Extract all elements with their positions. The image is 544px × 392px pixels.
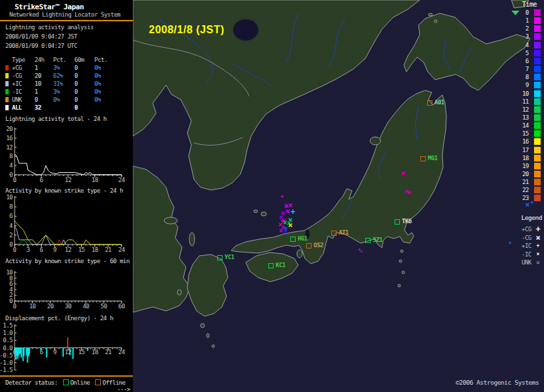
svg-text:8: 8 xyxy=(9,275,13,282)
legend-item--IC: -IC× xyxy=(515,250,543,259)
pct-60m: 0% xyxy=(94,80,114,88)
legend-item--CG: -CG× xyxy=(515,234,543,243)
time-legend-row-11: 11 xyxy=(511,98,542,106)
detector-marker-A01[interactable]: A01 xyxy=(427,100,432,106)
detector-marker-TK6[interactable]: TK6 xyxy=(395,219,400,225)
svg-text:6: 6 xyxy=(40,177,43,183)
hour-label: 17 xyxy=(511,146,529,154)
detector-label: AI1 xyxy=(339,229,349,236)
hour-label: 1 xyxy=(511,17,529,25)
island-izu1 xyxy=(401,250,403,252)
hour-label: 23 xyxy=(511,194,529,202)
svg-text:10: 10 xyxy=(6,194,13,201)
col-24h: 24h xyxy=(35,56,53,64)
detector-marker-SZ1[interactable]: SZ1 xyxy=(365,238,371,243)
pct-60m: 0% xyxy=(94,64,114,72)
detector-label: A01 xyxy=(434,99,444,106)
hour-color-swatch xyxy=(534,187,541,193)
time-legend-row-2: 2 xyxy=(511,25,542,33)
legend-item-label: -IC xyxy=(515,251,531,258)
detector-marker-OS2[interactable]: OS2 xyxy=(306,243,312,248)
svg-text:6: 6 xyxy=(9,213,13,219)
stats-row-+IC: +IC1031%00% xyxy=(5,80,129,88)
island-north1 xyxy=(428,13,432,16)
hour-label: 5 xyxy=(511,49,529,57)
hour-label: 20 xyxy=(511,170,529,178)
hour-color-swatch xyxy=(534,58,541,64)
type-color-swatch xyxy=(5,81,9,86)
hour-color-swatch xyxy=(534,66,541,72)
count-60m: 0 xyxy=(74,96,94,104)
col-type: Type xyxy=(12,56,35,64)
chart-2-title: Activity by known strike type - 24 h xyxy=(5,187,123,194)
hour-color-swatch xyxy=(534,155,541,161)
symbol-legend-items: +CG+-CG×+IC+-IC×UNK▫ xyxy=(515,225,543,267)
count-24h: 1 xyxy=(35,64,53,72)
detector-marker-MG1[interactable]: MG1 xyxy=(420,156,426,161)
scroll-arrow[interactable]: ---> xyxy=(117,386,130,392)
pct-24h: 31% xyxy=(53,80,74,88)
japan-map-graphic xyxy=(133,0,544,392)
svg-text:6: 6 xyxy=(40,246,43,252)
svg-text:15: 15 xyxy=(78,349,85,355)
legend-item-label: +CG xyxy=(515,226,531,233)
detector-status-label: Detector status: xyxy=(5,379,58,386)
svg-text:15: 15 xyxy=(78,246,85,252)
time-legend-row-17: 17 xyxy=(511,146,542,154)
hour-color-swatch xyxy=(534,114,541,121)
divider-bottom xyxy=(0,375,133,377)
detector-status-bar: Detector status:OnlineOffline---> xyxy=(5,379,132,392)
time-legend-row-23: 23 xyxy=(511,194,542,202)
count-24h: 0 xyxy=(35,96,53,104)
svg-text:6: 6 xyxy=(9,280,13,287)
hour-label: 9 xyxy=(511,81,529,89)
island-awaji xyxy=(297,250,302,258)
hour-label: 11 xyxy=(511,98,529,106)
svg-text:4: 4 xyxy=(9,223,13,229)
detector-marker-YC1[interactable]: YC1 xyxy=(217,255,223,260)
svg-text:2: 2 xyxy=(9,292,13,298)
col-pct24: Pct. xyxy=(53,56,74,64)
svg-text:9: 9 xyxy=(53,246,56,252)
hour-color-swatch xyxy=(534,98,541,105)
copyright-text: ©2006 Astrogenic Systems xyxy=(456,379,539,386)
hour-label: 22 xyxy=(511,186,529,194)
stats-rows: +CG13%00%-CG2062%00%+IC1031%00%-IC13%00%… xyxy=(5,64,129,112)
time-legend-row-15: 15 xyxy=(511,130,542,138)
count-24h: 32 xyxy=(35,104,53,112)
detector-marker-AI1[interactable]: AI1 xyxy=(331,231,337,236)
legend-item-symbol: × xyxy=(533,250,543,258)
svg-text:21: 21 xyxy=(105,246,112,252)
offline-label: Offline xyxy=(102,379,125,386)
svg-text:-0.5: -0.5 xyxy=(0,352,13,359)
type-color-swatch xyxy=(5,89,9,94)
chart-4-title: Displacement pct. (Energy) - 24 h xyxy=(5,315,113,322)
island-izu2 xyxy=(399,260,402,262)
time-legend-row-20: 20 xyxy=(511,170,542,178)
hour-color-swatch xyxy=(534,130,541,137)
hour-color-swatch xyxy=(534,90,541,97)
detector-marker-HG1[interactable]: HG1 xyxy=(290,237,296,242)
count-60m: 0 xyxy=(74,64,94,72)
time-legend-row-5: 5 xyxy=(511,49,542,57)
ic-strike-icon: + xyxy=(509,241,512,246)
svg-text:1.0: 1.0 xyxy=(3,330,13,336)
hour-color-swatch xyxy=(534,42,541,49)
symbol-legend-title: Legend xyxy=(515,214,543,221)
col-pct60: Pct. xyxy=(94,56,114,64)
hour-color-swatch xyxy=(534,33,541,40)
time-legend-row-4: 4 xyxy=(511,41,542,49)
online-label: Online xyxy=(70,379,90,386)
legend-item-+CG: +CG+ xyxy=(515,225,543,234)
detector-label: HG1 xyxy=(298,235,308,242)
section-title: Lightning activity analysis xyxy=(5,24,94,31)
map-canvas[interactable]: 2008/1/8 (JST) A01MG1TK6AI1SZ1HG1OS2YC1K… xyxy=(133,0,544,392)
hour-color-swatch xyxy=(534,9,541,16)
hour-color-swatch xyxy=(534,138,541,145)
legend-item-+IC: +IC+ xyxy=(515,242,543,250)
detector-marker-KC1[interactable]: KC1 xyxy=(268,263,274,268)
cg-strike-icon: × xyxy=(401,169,405,177)
pct-24h: 0% xyxy=(53,96,74,104)
hour-label: 3 xyxy=(511,33,529,41)
hour-color-swatch xyxy=(534,74,541,80)
